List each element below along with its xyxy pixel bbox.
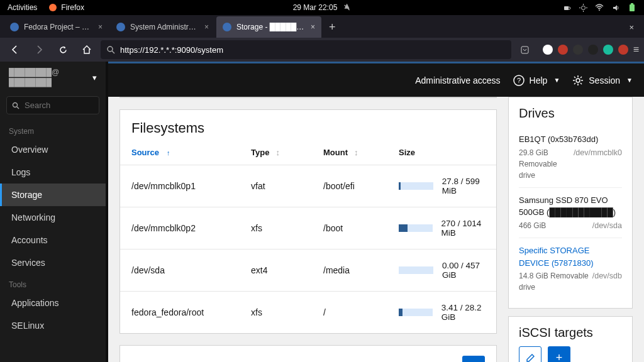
host-switcher[interactable]: ████████@████████ ▾ — [0, 62, 106, 94]
sidebar-item-applications[interactable]: Applications — [0, 292, 106, 314]
forward-button[interactable] — [29, 40, 49, 60]
ext-icon[interactable] — [573, 45, 583, 55]
reload-button[interactable] — [53, 40, 73, 60]
pocket-button[interactable] — [515, 40, 535, 60]
sidebar-item-logs[interactable]: Logs — [0, 161, 106, 184]
clock[interactable]: 29 Mar 22:05 — [293, 3, 338, 12]
nfs-card: NFS mounts + — [119, 345, 497, 362]
chevron-down-icon: ▼ — [626, 77, 633, 84]
svg-line-25 — [580, 77, 582, 78]
activities-button[interactable]: Activities — [8, 3, 37, 12]
new-tab-button[interactable]: + — [323, 21, 342, 34]
brightness-icon[interactable] — [579, 3, 587, 12]
ext-icon[interactable] — [618, 45, 628, 55]
svg-line-11 — [112, 51, 114, 53]
section-tools: Tools — [0, 274, 106, 292]
cockpit-frame: ████████@████████ ▾ System Overview Logs… — [0, 62, 644, 362]
help-icon: ? — [513, 75, 525, 86]
col-source[interactable]: Source↑ — [131, 148, 251, 157]
svg-line-22 — [574, 77, 575, 78]
help-menu[interactable]: ? Help▼ — [513, 75, 560, 86]
size-text: 270 / 1014 MiB — [441, 219, 485, 238]
drive-item[interactable]: Specific STORAGE DEVICE (57871830)14.8 G… — [519, 238, 622, 299]
browser-tab-2[interactable]: System Administration –× — [110, 16, 215, 38]
sidebar-search[interactable] — [6, 96, 99, 114]
svg-rect-1 — [564, 6, 569, 10]
cell-mount: /boot/efi — [323, 181, 399, 191]
ext-icon[interactable] — [603, 45, 613, 55]
sidebar-item-selinux[interactable]: SELinux — [0, 314, 106, 337]
svg-rect-12 — [521, 47, 528, 53]
size-text: 3.41 / 28.2 GiB — [441, 303, 485, 322]
cell-size: 270 / 1014 MiB — [399, 219, 485, 238]
cockpit-topbar: Administrative access ? Help▼ Session▼ — [108, 62, 644, 97]
sort-icon: ↕ — [275, 148, 280, 157]
ext-icon[interactable] — [543, 45, 553, 55]
sidebar-item-networking[interactable]: Networking — [0, 206, 106, 229]
coffee-icon[interactable] — [562, 3, 571, 12]
add-nfs-button[interactable]: + — [462, 356, 485, 362]
admin-access-label[interactable]: Administrative access — [415, 75, 500, 85]
svg-point-2 — [581, 6, 585, 9]
svg-point-17 — [576, 79, 580, 82]
table-row[interactable]: fedora_fedora/rootxfs/3.41 / 28.2 GiB — [120, 292, 496, 333]
drive-item[interactable]: EB1QT (0x53b763dd)29.8 GiB Removable dri… — [519, 127, 622, 188]
url-input[interactable] — [120, 45, 505, 55]
iscsi-card: iSCSI targets + No iSCSI targets set up — [508, 316, 633, 362]
cell-type: ext4 — [251, 265, 323, 275]
search-input[interactable] — [25, 101, 94, 110]
cell-mount: /boot — [323, 223, 399, 233]
cockpit-body: Filesystems Source↑ Type↕ Mount↕ Size /d… — [108, 97, 644, 362]
volume-icon[interactable] — [611, 3, 620, 12]
sidebar-item-services[interactable]: Services — [0, 251, 106, 274]
size-text: 0.00 / 457 GiB — [442, 261, 485, 280]
address-bar[interactable] — [101, 40, 511, 59]
session-menu[interactable]: Session▼ — [572, 75, 633, 86]
app-menu[interactable]: Firefox — [48, 3, 84, 12]
cell-source: /dev/mmcblk0p2 — [131, 223, 251, 233]
back-button[interactable] — [5, 40, 25, 60]
ext-icon[interactable] — [558, 45, 568, 55]
extensions-area: ≡ — [539, 44, 639, 55]
window-close-button[interactable]: × — [623, 23, 640, 32]
cell-size: 0.00 / 457 GiB — [399, 261, 485, 280]
col-type[interactable]: Type↕ — [251, 148, 323, 157]
close-icon[interactable]: × — [311, 23, 315, 31]
add-iscsi-button[interactable]: + — [548, 346, 570, 362]
sidebar-item-overview[interactable]: Overview — [0, 138, 106, 161]
table-row[interactable]: /dev/mmcblk0p1vfat/boot/efi27.8 / 599 Mi… — [120, 165, 496, 207]
svg-point-0 — [49, 4, 57, 11]
usage-bar — [399, 224, 433, 232]
ext-icon[interactable] — [588, 45, 598, 55]
card-title: iSCSI targets — [519, 326, 622, 340]
fedora-icon — [116, 23, 125, 31]
edit-iscsi-button[interactable] — [519, 346, 541, 362]
cockpit-sidebar: ████████@████████ ▾ System Overview Logs… — [0, 62, 108, 362]
close-icon[interactable]: × — [204, 23, 209, 31]
sidebar-item-storage[interactable]: Storage — [0, 184, 106, 206]
notifications-muted-icon — [342, 3, 351, 12]
col-mount[interactable]: Mount↕ — [323, 148, 399, 157]
col-size[interactable]: Size — [399, 148, 485, 157]
table-row[interactable]: /dev/sdaext4/media0.00 / 457 GiB — [120, 250, 496, 292]
cell-mount: /media — [323, 265, 399, 275]
cell-source: fedora_fedora/root — [131, 307, 251, 317]
menu-button[interactable]: ≡ — [633, 44, 639, 55]
drive-item[interactable]: Samsung SSD 870 EVO 500GB (███████████)4… — [519, 188, 622, 239]
table-header: Source↑ Type↕ Mount↕ Size — [120, 140, 496, 165]
drive-sub: 14.8 GiB Removable drive — [519, 270, 592, 293]
sidebar-item-accounts[interactable]: Accounts — [0, 229, 106, 251]
cell-type: vfat — [251, 181, 323, 191]
browser-tab-3[interactable]: Storage - ███████████× — [216, 16, 321, 38]
drive-sub: 466 GiB — [519, 220, 546, 232]
browser-tab-1[interactable]: Fedora Project – Start Pag× — [4, 16, 109, 38]
wifi-icon[interactable] — [595, 3, 604, 12]
battery-icon[interactable] — [628, 3, 636, 12]
close-icon[interactable]: × — [98, 23, 103, 31]
drive-name: Samsung SSD 870 EVO 500GB (███████████) — [519, 194, 622, 219]
cell-type: xfs — [251, 307, 323, 317]
cockpit-main: Administrative access ? Help▼ Session▼ F… — [108, 62, 644, 362]
table-row[interactable]: /dev/mmcblk0p2xfs/boot270 / 1014 MiB — [120, 207, 496, 250]
drive-sub: 29.8 GiB Removable drive — [519, 147, 574, 181]
home-button[interactable] — [77, 40, 97, 60]
